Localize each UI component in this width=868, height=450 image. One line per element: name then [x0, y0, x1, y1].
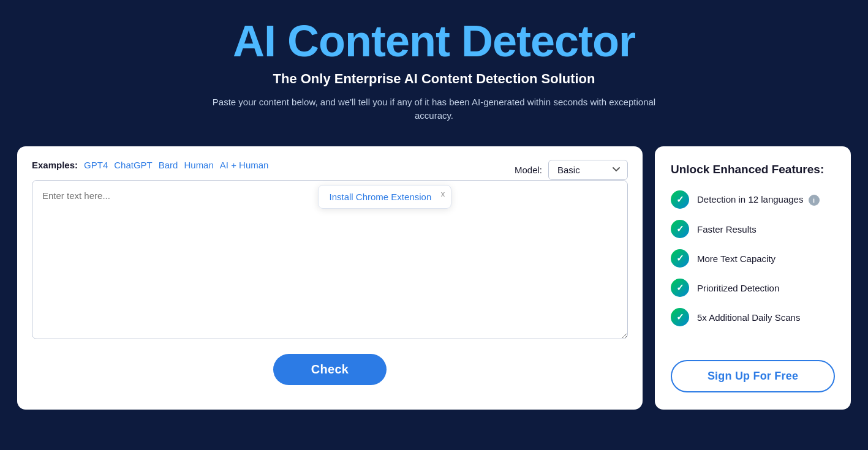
features-list: ✓ Detection in 12 languages i ✓ Faster R… — [671, 190, 835, 326]
features-panel: Unlock Enhanced Features: ✓ Detection in… — [655, 146, 851, 410]
model-row: Model: Basic Premium — [515, 160, 628, 180]
check-icon-4: ✓ — [671, 279, 689, 297]
chrome-ext-close-button[interactable]: x — [441, 189, 445, 198]
page-header: AI Content Detector The Only Enterprise … — [0, 0, 868, 140]
example-bard[interactable]: Bard — [159, 160, 178, 170]
example-gpt4[interactable]: GPT4 — [84, 160, 108, 170]
model-select[interactable]: Basic Premium — [548, 160, 628, 180]
detector-panel: Examples: GPT4 ChatGPT Bard Human AI + H… — [17, 146, 643, 410]
feature-text-2: Faster Results — [697, 224, 757, 234]
check-button-row: Check — [32, 354, 628, 385]
feature-item-4: ✓ Prioritized Detection — [671, 279, 835, 297]
feature-item-5: ✓ 5x Additional Daily Scans — [671, 308, 835, 326]
signup-button[interactable]: Sign Up For Free — [671, 360, 835, 392]
examples-label: Examples: — [32, 160, 78, 170]
feature-item-3: ✓ More Text Capacity — [671, 249, 835, 268]
page-subtitle: The Only Enterprise AI Content Detection… — [12, 71, 856, 87]
check-icon-1: ✓ — [671, 190, 689, 209]
model-label: Model: — [515, 165, 542, 175]
feature-item-1: ✓ Detection in 12 languages i — [671, 190, 835, 209]
example-ai-human[interactable]: AI + Human — [220, 160, 269, 170]
example-chatgpt[interactable]: ChatGPT — [114, 160, 153, 170]
feature-item-2: ✓ Faster Results — [671, 220, 835, 238]
text-input[interactable] — [32, 180, 628, 339]
check-icon-3: ✓ — [671, 249, 689, 268]
check-icon-2: ✓ — [671, 220, 689, 238]
page-title: AI Content Detector — [12, 18, 856, 65]
feature-text-3: More Text Capacity — [697, 253, 776, 264]
feature-text-5: 5x Additional Daily Scans — [697, 312, 800, 323]
example-human[interactable]: Human — [184, 160, 213, 170]
check-icon-5: ✓ — [671, 308, 689, 326]
feature-text-4: Prioritized Detection — [697, 283, 779, 293]
info-badge-1: i — [809, 195, 820, 206]
text-area-wrapper: Install Chrome Extension x — [32, 180, 628, 342]
main-content: Examples: GPT4 ChatGPT Bard Human AI + H… — [0, 140, 868, 422]
check-button[interactable]: Check — [273, 354, 387, 385]
features-title: Unlock Enhanced Features: — [671, 162, 835, 178]
feature-text-1: Detection in 12 languages i — [697, 194, 820, 206]
page-description: Paste your content below, and we'll tell… — [205, 96, 664, 123]
